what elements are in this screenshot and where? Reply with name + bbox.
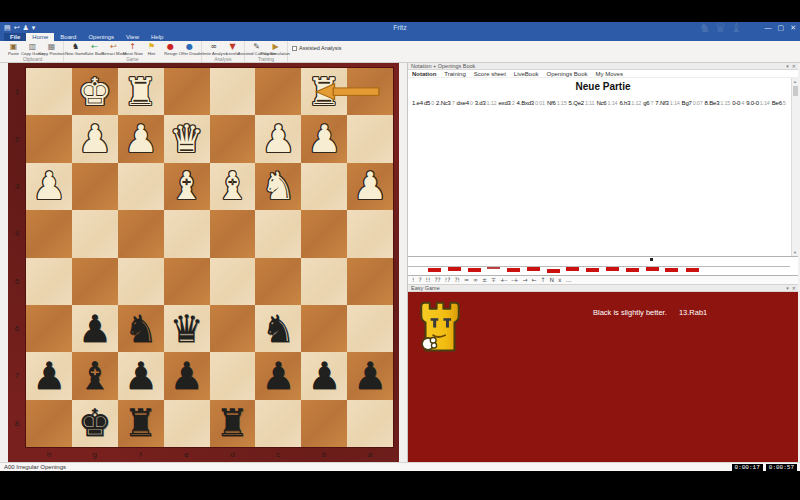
move-d5[interactable]: d5 xyxy=(424,100,430,106)
square-d1[interactable] xyxy=(210,68,256,115)
annotation-symbol-[interactable]: ? xyxy=(418,276,421,283)
square-g3[interactable] xyxy=(72,163,118,210)
square-h3[interactable]: ♟ xyxy=(26,163,72,210)
piece-bN-c6[interactable]: ♞ xyxy=(261,310,295,348)
square-f8[interactable]: ♜ xyxy=(118,400,164,447)
square-b4[interactable] xyxy=(301,210,347,257)
square-b2[interactable]: ♟ xyxy=(301,115,347,162)
annotation-symbol-[interactable]: ∞ xyxy=(473,276,478,283)
ribbon-button-copy-position[interactable]: ▦Copy Position xyxy=(43,42,60,56)
annotation-symbol-[interactable]: → xyxy=(522,276,527,283)
tab-home[interactable]: Home xyxy=(26,33,54,41)
square-h8[interactable] xyxy=(26,400,72,447)
scroll-up-icon[interactable]: ▲ xyxy=(792,79,798,84)
scroll-down-icon[interactable]: ▼ xyxy=(792,250,798,255)
move-exd3[interactable]: exd3 xyxy=(498,100,510,106)
notation-tab-training[interactable]: Training xyxy=(444,71,465,77)
piece-wR-b1[interactable]: ♜ xyxy=(307,73,341,111)
annotation-symbol-[interactable]: … xyxy=(566,276,572,283)
move-3-d3[interactable]: 3.d3 xyxy=(475,100,486,106)
tab-board[interactable]: Board xyxy=(54,33,82,41)
square-d6[interactable] xyxy=(210,305,256,352)
checkbox-icon[interactable] xyxy=(292,46,297,51)
piece-wN-c3[interactable]: ♞ xyxy=(261,167,295,205)
ribbon-button-new-game[interactable]: ♞New Game xyxy=(67,42,84,56)
square-a4[interactable] xyxy=(347,210,393,257)
square-h7[interactable]: ♟ xyxy=(26,352,72,399)
square-a6[interactable] xyxy=(347,305,393,352)
annotation-symbol-[interactable]: ← xyxy=(532,276,537,283)
annotation-symbol-[interactable]: !! xyxy=(426,276,431,283)
move-bg7[interactable]: Bg7 xyxy=(682,100,692,106)
annotation-symbol-[interactable]: ! xyxy=(412,276,414,283)
move-2-nc3[interactable]: 2.Nc3 xyxy=(436,100,451,106)
piece-bR-d8[interactable]: ♜ xyxy=(215,404,249,442)
square-c2[interactable]: ♟ xyxy=(255,115,301,162)
ribbon-button-resign[interactable]: ●Resign xyxy=(162,42,179,56)
ribbon-button-play-simulation[interactable]: ▶Play Simulation xyxy=(267,42,284,56)
square-g8[interactable]: ♚ xyxy=(72,400,118,447)
square-f2[interactable]: ♟ xyxy=(118,115,164,162)
square-f1[interactable]: ♜ xyxy=(118,68,164,115)
close-button[interactable]: ✕ xyxy=(790,24,796,32)
piece-bP-g6[interactable]: ♟ xyxy=(78,310,112,348)
square-b6[interactable] xyxy=(301,305,347,352)
square-b5[interactable] xyxy=(301,258,347,305)
ribbon-button-hint[interactable]: ⚑Hint xyxy=(143,42,160,56)
piece-bQ-e6[interactable]: ♛ xyxy=(170,310,204,348)
square-b3[interactable] xyxy=(301,163,347,210)
annotation-symbol-[interactable]: ?! xyxy=(454,276,460,283)
dropdown-pane-icon[interactable]: ▾ xyxy=(786,285,789,292)
square-f5[interactable] xyxy=(118,258,164,305)
evaluation-graph[interactable] xyxy=(408,256,798,276)
piece-wP-b2[interactable]: ♟ xyxy=(307,120,341,158)
square-e6[interactable]: ♛ xyxy=(164,305,210,352)
move-be6[interactable]: Be6 xyxy=(772,100,782,106)
square-b1[interactable]: ♜ xyxy=(301,68,347,115)
square-b7[interactable]: ♟ xyxy=(301,352,347,399)
notation-tab-livebook[interactable]: LiveBook xyxy=(514,71,539,77)
square-d7[interactable] xyxy=(210,352,256,399)
piece-bP-e7[interactable]: ♟ xyxy=(170,357,204,395)
ribbon-button-move-now[interactable]: ↑Move Now xyxy=(124,42,141,56)
square-h2[interactable] xyxy=(26,115,72,162)
square-c4[interactable] xyxy=(255,210,301,257)
close-pane-icon[interactable]: ✕ xyxy=(792,63,796,70)
piece-wR-f1[interactable]: ♜ xyxy=(124,73,158,111)
piece-wP-g2[interactable]: ♟ xyxy=(78,120,112,158)
piece-bR-f8[interactable]: ♜ xyxy=(124,404,158,442)
maximize-button[interactable]: ▢ xyxy=(778,24,785,32)
square-h5[interactable] xyxy=(26,258,72,305)
tab-openings[interactable]: Openings xyxy=(82,33,120,41)
square-g5[interactable] xyxy=(72,258,118,305)
assisted-analysis-checkbox[interactable]: Assisted Analysis xyxy=(292,44,342,52)
ribbon-button-retract-move[interactable]: ↩Retract Move xyxy=(105,42,122,56)
ribbon-button-paste[interactable]: ▣Paste xyxy=(5,42,22,56)
move-5-qe2[interactable]: 5.Qe2 xyxy=(569,100,584,106)
square-b8[interactable] xyxy=(301,400,347,447)
annotation-symbol-[interactable]: ↑ xyxy=(541,276,546,283)
square-d4[interactable] xyxy=(210,210,256,257)
move-nc6[interactable]: Nc6 xyxy=(596,100,606,106)
annotation-symbol-[interactable]: = xyxy=(464,276,469,283)
square-a2[interactable] xyxy=(347,115,393,162)
square-e8[interactable] xyxy=(164,400,210,447)
square-a5[interactable] xyxy=(347,258,393,305)
square-e5[interactable] xyxy=(164,258,210,305)
move-7-nf3[interactable]: 7.Nf3 xyxy=(655,100,668,106)
notation-scrollbar[interactable]: ▲ ▼ xyxy=(791,78,798,256)
square-g1[interactable]: ♚ xyxy=(72,68,118,115)
move-1-e4[interactable]: 1.e4 xyxy=(412,100,423,106)
piece-bB-g7[interactable]: ♝ xyxy=(78,357,112,395)
piece-wP-c2[interactable]: ♟ xyxy=(261,120,295,158)
square-d2[interactable] xyxy=(210,115,256,162)
square-e3[interactable]: ♝ xyxy=(164,163,210,210)
notation-tab-openings-book[interactable]: Openings Book xyxy=(547,71,588,77)
square-g7[interactable]: ♝ xyxy=(72,352,118,399)
annotation-symbol-[interactable]: +- xyxy=(500,276,507,283)
move-nf6[interactable]: Nf6 xyxy=(547,100,556,106)
square-h6[interactable] xyxy=(26,305,72,352)
square-d3[interactable]: ♝ xyxy=(210,163,256,210)
annotation-symbol-[interactable]: ± xyxy=(482,276,487,283)
piece-wP-h3[interactable]: ♟ xyxy=(32,167,66,205)
